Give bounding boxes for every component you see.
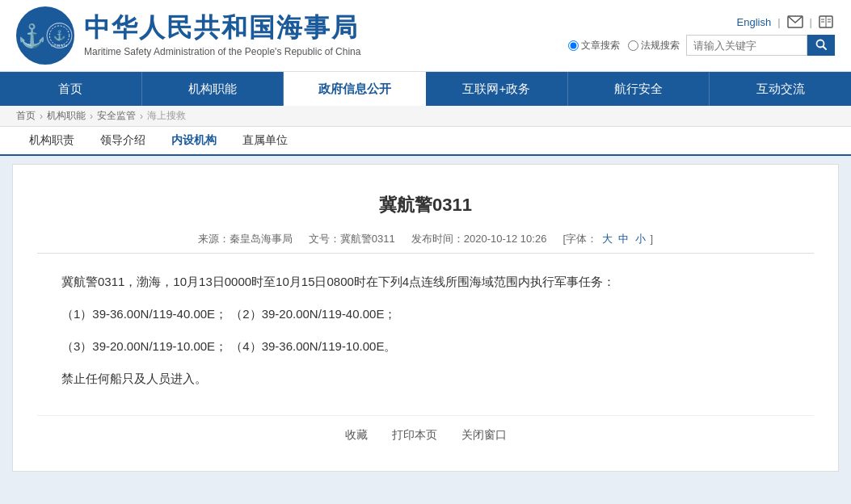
article-footer: 收藏 打印本页 关闭窗口 [37,415,814,455]
meta-date: 发布时间：2020-10-12 10:26 [411,232,547,246]
meta-source: 来源：秦皇岛海事局 [198,232,293,246]
meta-font-ctrl: [字体： 大 中 小 ] [562,232,653,246]
svg-line-12 [824,46,827,49]
article-meta: 来源：秦皇岛海事局 文号：冀航警0311 发布时间：2020-10-12 10:… [37,225,814,254]
sub-nav-internal[interactable]: 内设机构 [158,127,230,156]
search-box [686,35,835,56]
search-radio-group: 文章搜索 法规搜索 [568,39,680,52]
article-para-3: （3）39-20.00N/119-10.00E； （4）39-36.00N/11… [37,334,814,359]
svg-text:⚓: ⚓ [53,29,66,41]
header-top-links: English | | [737,15,835,28]
breadcrumb-current: 海上搜救 [147,109,186,123]
radio-law[interactable]: 法规搜索 [628,39,680,52]
nav-organization[interactable]: 机构职能 [142,72,284,106]
logo-icon: ⚓ CHINA MSA [16,6,74,65]
print-link[interactable]: 打印本页 [392,428,437,443]
svg-text:CHINA MSA: CHINA MSA [51,44,67,48]
meta-docno: 文号：冀航警0311 [309,232,395,246]
article-para-1: 冀航警0311，渤海，10月13日0000时至10月15日0800时在下列4点连… [37,270,814,294]
logo-cn-text: 中华人民共和国海事局 [84,14,360,42]
article-title: 冀航警0311 [37,181,814,225]
sub-nav-affiliated[interactable]: 直属单位 [230,127,301,156]
search-input[interactable] [686,35,807,56]
nav-home[interactable]: 首页 [0,72,142,106]
breadcrumb-safety[interactable]: 安全监管 [97,109,136,123]
main-nav: 首页 机构职能 政府信息公开 互联网+政务 航行安全 互动交流 [0,72,851,106]
close-link[interactable]: 关闭窗口 [461,428,507,443]
breadcrumb: 首页 › 机构职能 › 安全监管 › 海上搜救 [0,106,851,127]
article-para-2: （1）39-36.00N/119-40.00E； （2）39-20.00N/11… [37,302,814,326]
logo-area: ⚓ CHINA MSA 中华人民共和国海事局 Maritime Safety A… [16,6,360,65]
nav-gov-info[interactable]: 政府信息公开 [284,72,426,106]
nav-interaction[interactable]: 互动交流 [710,72,851,106]
header-right: English | | [568,15,835,56]
sub-nav: 机构职责 领导介绍 内设机构 直属单位 [0,127,851,156]
article-para-4: 禁止任何船只及人员进入。 [37,367,814,391]
search-button[interactable] [807,35,835,56]
book-icon[interactable] [819,15,835,28]
breadcrumb-sep2: › [90,111,93,122]
radio-article[interactable]: 文章搜索 [568,39,620,52]
breadcrumb-home[interactable]: 首页 [16,109,36,123]
nav-nav-safety[interactable]: 航行安全 [568,72,710,106]
breadcrumb-sep1: › [40,111,43,122]
font-medium-btn[interactable]: 中 [618,233,629,245]
breadcrumb-sep3: › [140,111,143,122]
font-large-btn[interactable]: 大 [602,233,613,245]
main-content: 冀航警0311 来源：秦皇岛海事局 文号：冀航警0311 发布时间：2020-1… [12,164,839,472]
logo-en-text: Maritime Safety Administration of the Pe… [84,46,360,57]
language-link[interactable]: English [737,16,772,28]
article-body: 冀航警0311，渤海，10月13日0000时至10月15日0800时在下列4点连… [37,254,814,415]
search-area: 文章搜索 法规搜索 [568,35,835,56]
collect-link[interactable]: 收藏 [345,428,368,443]
separator2: | [810,16,812,28]
font-small-btn[interactable]: 小 [635,233,646,245]
mail-icon[interactable] [787,15,803,28]
logo-text: 中华人民共和国海事局 Maritime Safety Administratio… [84,14,360,57]
nav-internet-gov[interactable]: 互联网+政务 [426,72,568,106]
header: ⚓ CHINA MSA 中华人民共和国海事局 Maritime Safety A… [0,0,851,72]
sub-nav-leaders[interactable]: 领导介绍 [87,127,158,156]
sub-nav-duties[interactable]: 机构职责 [16,127,87,156]
separator1: | [777,16,780,28]
breadcrumb-org[interactable]: 机构职能 [47,109,86,123]
